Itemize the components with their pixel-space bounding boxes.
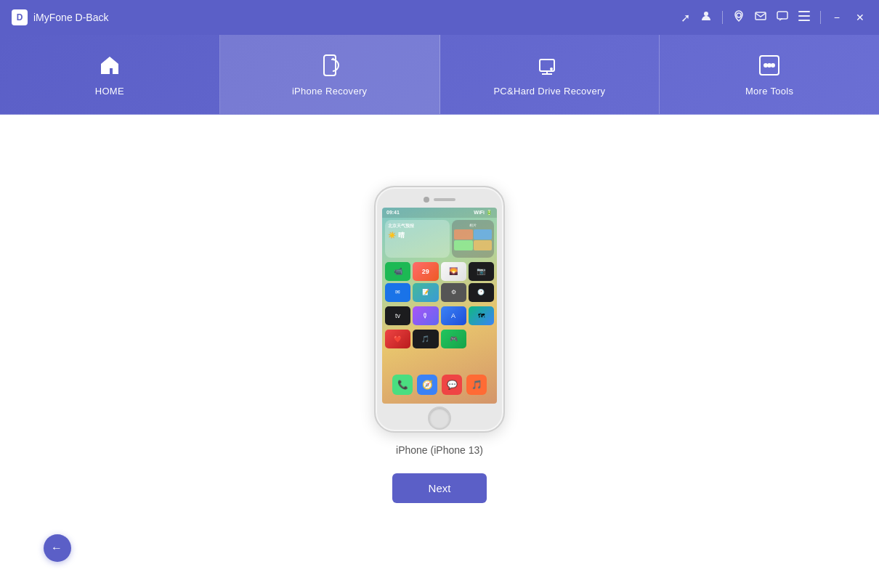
iphone-recovery-icon: [317, 52, 343, 78]
app-icon-podcasts: 🎙: [413, 306, 438, 325]
user-icon[interactable]: [700, 10, 712, 25]
widget-small: 相片: [452, 220, 494, 258]
app-icon-settings: ⚙: [441, 283, 466, 302]
nav-label-more-tools: More Tools: [745, 86, 793, 97]
home-icon: [97, 52, 123, 78]
app-icon-appstore: A: [441, 306, 466, 325]
main-content: 09:41 WiFi 🔋 北京天气预报 ☀️ 晴 相片: [0, 115, 879, 588]
nav-label-iphone-recovery: iPhone Recovery: [292, 86, 368, 97]
nav-item-more-tools[interactable]: More Tools: [660, 35, 879, 114]
app-icon-maps: 🗺: [469, 306, 494, 325]
divider2: [820, 11, 821, 24]
app-icon-appletv: tv: [385, 306, 410, 325]
app-icon-gamespot: 🎮: [441, 330, 466, 348]
more-tools-icon: [756, 52, 782, 78]
app-grid: 📹 29 🌄 📷 ✉ 📝 ⚙ 🕐: [382, 260, 497, 304]
app-empty: [469, 330, 494, 348]
app-icon-health: ❤️: [385, 330, 410, 348]
svg-point-0: [704, 12, 708, 16]
back-arrow-icon: ←: [51, 542, 62, 555]
title-bar: D iMyFone D-Back ➚ − ✕: [0, 0, 879, 35]
app-icon-photos: 🌄: [441, 262, 466, 281]
dock-music: 🎵: [466, 375, 487, 395]
chat-icon[interactable]: [777, 10, 788, 25]
phone-screen: 09:41 WiFi 🔋 北京天气预报 ☀️ 晴 相片: [382, 208, 497, 404]
app-logo: D: [12, 9, 28, 25]
dock-safari: 🧭: [417, 375, 437, 395]
pc-recovery-icon: [536, 52, 562, 78]
dock-messages: 💬: [442, 375, 462, 395]
nav-bar: HOME iPhone Recovery PC&Hard Drive Recov…: [0, 35, 879, 115]
app-grid-2: tv 🎙 A 🗺: [382, 304, 497, 327]
svg-point-9: [551, 68, 552, 70]
close-button[interactable]: ✕: [853, 10, 867, 25]
svg-point-13: [771, 64, 774, 67]
app-icon-calendar: 29: [413, 262, 438, 281]
svg-rect-3: [777, 12, 787, 19]
phone-frame: 09:41 WiFi 🔋 北京天气预报 ☀️ 晴 相片: [374, 186, 505, 433]
nav-item-pc-recovery[interactable]: PC&Hard Drive Recovery: [440, 35, 660, 114]
svg-point-11: [764, 64, 767, 67]
app-title: iMyFone D-Back: [33, 12, 108, 23]
app-icon-clock: 🕐: [469, 283, 494, 302]
title-bar-right: ➚ − ✕: [681, 10, 867, 25]
svg-rect-7: [324, 55, 336, 75]
title-bar-left: D iMyFone D-Back: [12, 9, 108, 25]
phone-camera: [424, 197, 429, 203]
minimize-button[interactable]: −: [831, 10, 843, 25]
svg-point-12: [768, 64, 771, 67]
nav-item-iphone-recovery[interactable]: iPhone Recovery: [220, 35, 440, 114]
app-grid-3: ❤️ 🎵 🎮: [382, 327, 497, 351]
app-icon-camera: 📷: [469, 262, 494, 281]
back-button[interactable]: ←: [44, 534, 71, 562]
next-button[interactable]: Next: [392, 473, 487, 503]
nav-item-home[interactable]: HOME: [0, 35, 220, 114]
phone-container: 09:41 WiFi 🔋 北京天气预报 ☀️ 晴 相片: [374, 186, 505, 503]
svg-rect-2: [756, 12, 766, 20]
app-icon-notes: 📝: [413, 283, 438, 302]
svg-rect-6: [798, 20, 810, 21]
mail-icon[interactable]: [755, 10, 766, 25]
widgets-row: 北京天气预报 ☀️ 晴 相片: [382, 218, 497, 260]
app-icon-shazam: 🎵: [413, 330, 438, 348]
dock: 📞 🧭 💬 🎵: [382, 375, 497, 395]
nav-label-home: HOME: [95, 86, 124, 97]
divider: [722, 11, 723, 24]
phone-speaker: [434, 198, 455, 201]
time-display: 09:41: [386, 210, 400, 215]
phone-top: [376, 187, 503, 208]
home-button[interactable]: [428, 407, 451, 430]
app-icon-facetime: 📹: [385, 262, 410, 281]
svg-point-1: [737, 13, 741, 17]
widget-weather: 北京天气预报 ☀️ 晴: [385, 220, 450, 258]
app-icon-mail: ✉: [385, 283, 410, 302]
nav-label-pc-recovery: PC&Hard Drive Recovery: [493, 86, 605, 97]
location-icon[interactable]: [733, 10, 745, 25]
device-label: iPhone (iPhone 13): [396, 444, 483, 456]
share-icon[interactable]: ➚: [681, 11, 690, 25]
svg-rect-4: [798, 11, 810, 12]
svg-rect-5: [798, 15, 810, 17]
dock-phone: 📞: [392, 375, 413, 395]
screen-status: 09:41 WiFi 🔋: [382, 208, 497, 218]
menu-icon[interactable]: [798, 11, 810, 24]
signal-display: WiFi 🔋: [474, 210, 493, 216]
